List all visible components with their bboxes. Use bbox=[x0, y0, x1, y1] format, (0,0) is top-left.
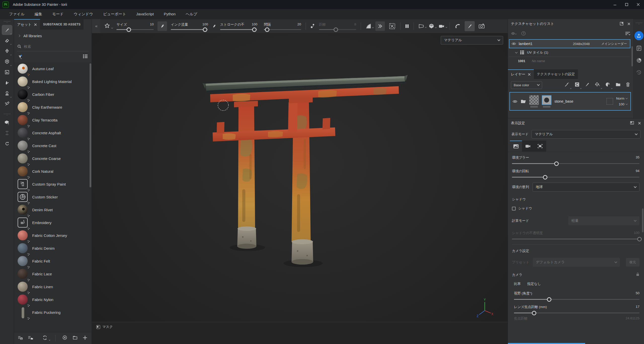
generator-layer-icon[interactable] bbox=[605, 82, 611, 88]
menu-item-1[interactable]: ファイル bbox=[4, 9, 29, 19]
menu-item-3[interactable]: モード bbox=[47, 9, 69, 19]
spacing-slider[interactable] bbox=[264, 29, 301, 30]
filter-funnel-icon[interactable] bbox=[18, 54, 23, 59]
close-panel-icon[interactable] bbox=[627, 22, 630, 25]
pause-engine-button[interactable] bbox=[405, 24, 409, 29]
project-notes-icon[interactable] bbox=[636, 45, 642, 52]
material-item[interactable]: Fabric Nylon bbox=[14, 293, 92, 306]
material-picker-tool[interactable] bbox=[2, 99, 12, 109]
toolbar-grip-handle[interactable] bbox=[4, 114, 10, 116]
axis-gizmo[interactable]: Y Z X bbox=[476, 297, 494, 319]
material-item[interactable]: Custom Spray Paint bbox=[14, 178, 92, 191]
flow-slider[interactable] bbox=[171, 29, 208, 30]
uv-tile-group-row[interactable]: UV タイル (1) bbox=[509, 48, 630, 57]
tab-camera-settings[interactable] bbox=[522, 141, 534, 152]
clear-resources-icon[interactable] bbox=[62, 335, 67, 341]
layer-content-thumbnail[interactable] bbox=[529, 95, 539, 108]
pen-pressure-size-button[interactable] bbox=[157, 21, 167, 31]
maximize-button[interactable] bbox=[621, 0, 632, 9]
display-settings-scrollbar[interactable] bbox=[642, 208, 643, 232]
material-item[interactable]: Fabric Cotton Jersey bbox=[14, 229, 92, 242]
search-input[interactable] bbox=[24, 45, 74, 49]
paint-tool[interactable] bbox=[2, 25, 12, 35]
save-asset-list-icon[interactable] bbox=[18, 335, 23, 341]
tab-substance-3d-assets[interactable]: SUBSTANCE 3D ASSETS bbox=[40, 19, 84, 30]
collapse-chevron-icon[interactable] bbox=[515, 51, 518, 53]
reimport-resources-icon[interactable] bbox=[42, 335, 48, 341]
fov-slider[interactable] bbox=[514, 299, 639, 300]
layer-mask-thumbnail[interactable] bbox=[542, 95, 551, 108]
menu-item-4[interactable]: ウィンドウ bbox=[69, 9, 98, 19]
close-tab-icon[interactable] bbox=[528, 73, 531, 76]
expand-chevron-icon[interactable] bbox=[18, 34, 20, 37]
blend-mode-select[interactable]: Norm bbox=[616, 97, 627, 100]
material-item[interactable]: Denim Rivet bbox=[14, 203, 92, 216]
smudge-tool[interactable] bbox=[2, 78, 12, 88]
tab-environment-settings[interactable] bbox=[510, 141, 522, 152]
camera-view-icon[interactable] bbox=[438, 23, 445, 29]
perspective-view-icon[interactable] bbox=[418, 23, 425, 29]
menu-item-8[interactable]: ヘルプ bbox=[181, 9, 202, 19]
material-item[interactable]: Concrete Asphalt bbox=[14, 126, 92, 139]
material-item[interactable]: Fabric Puckering bbox=[14, 306, 92, 319]
restore-camera-button[interactable]: 復元 bbox=[626, 258, 639, 267]
mask-indicator[interactable]: マスク bbox=[96, 325, 113, 329]
add-resource-icon[interactable] bbox=[83, 335, 87, 341]
reload-shaders-icon[interactable] bbox=[2, 139, 12, 149]
material-item[interactable]: Concrete Coarse bbox=[14, 152, 92, 165]
env-align-select[interactable]: 地球 bbox=[533, 183, 639, 192]
shading-mode-select[interactable]: マテリアル bbox=[441, 36, 503, 45]
channel-select[interactable]: Base color bbox=[511, 81, 542, 89]
texture-set-row[interactable]: lambert1 2048x2048 メインシェーダー bbox=[509, 39, 630, 48]
toolbar-grip-handle[interactable] bbox=[4, 21, 10, 23]
visibility-eye-icon[interactable] bbox=[511, 42, 516, 46]
clone-tool[interactable] bbox=[2, 88, 12, 98]
layer-visibility-icon[interactable] bbox=[512, 100, 517, 103]
polygon-fill-tool[interactable] bbox=[2, 67, 12, 77]
lens-slider[interactable] bbox=[514, 313, 639, 313]
eraser-tool[interactable] bbox=[2, 35, 12, 46]
close-button[interactable] bbox=[632, 0, 644, 9]
export-share-button[interactable] bbox=[634, 31, 643, 40]
material-item[interactable]: Custom Sticker bbox=[14, 191, 92, 203]
menu-item-7[interactable]: Python bbox=[159, 9, 181, 19]
group-folder-icon[interactable] bbox=[615, 82, 621, 88]
stroke-opacity-slider[interactable] bbox=[220, 29, 257, 30]
minimize-button[interactable] bbox=[609, 0, 621, 9]
renderer-sphere-icon[interactable] bbox=[636, 57, 642, 64]
menu-item-5[interactable]: ビューポート bbox=[98, 9, 131, 19]
3d-2d-view-icon[interactable] bbox=[428, 23, 435, 29]
smart-material-icon[interactable] bbox=[574, 82, 580, 88]
solo-channel-icon[interactable] bbox=[521, 31, 526, 37]
tab-texture-set-settings[interactable]: テクスチャセットの設定 bbox=[534, 69, 578, 79]
scatter-icon[interactable] bbox=[310, 23, 315, 29]
falloff-icon[interactable] bbox=[365, 23, 372, 29]
layer-row-stone-base[interactable]: stone_base Norm 100 bbox=[509, 92, 631, 111]
assets-scrollbar[interactable] bbox=[90, 63, 91, 187]
tab-viewport-settings[interactable] bbox=[534, 141, 546, 152]
paint-mode-button[interactable] bbox=[465, 21, 475, 31]
menu-item-6[interactable]: JavaScript bbox=[131, 9, 159, 19]
brush-preset-icon[interactable] bbox=[103, 22, 111, 30]
texture-set-scrollbar[interactable] bbox=[631, 46, 633, 66]
screenshot-camera-button[interactable] bbox=[478, 23, 485, 29]
material-item[interactable]: Fabric Linen bbox=[14, 280, 92, 293]
float-panel-icon[interactable] bbox=[620, 22, 623, 26]
material-visibility-icon[interactable] bbox=[511, 31, 517, 37]
material-item[interactable]: Clay Terracotta bbox=[14, 114, 92, 126]
export-material-tool[interactable] bbox=[2, 117, 12, 127]
material-item[interactable]: Fabric Denim bbox=[14, 242, 92, 255]
stencil-tool[interactable] bbox=[2, 57, 12, 67]
dock-grip-handle[interactable] bbox=[636, 23, 642, 25]
size-slider[interactable] bbox=[116, 29, 154, 30]
close-panel-icon[interactable] bbox=[638, 122, 641, 125]
env-blur-slider[interactable] bbox=[512, 163, 639, 164]
menu-item-2[interactable]: 編集 bbox=[29, 9, 47, 19]
tab-assets[interactable]: アセット bbox=[14, 19, 40, 30]
tab-layers[interactable]: レイヤー bbox=[508, 69, 534, 79]
material-item[interactable]: Fabric Lace bbox=[14, 268, 92, 280]
torii-model[interactable] bbox=[92, 33, 508, 344]
layer-anchor-slot[interactable] bbox=[607, 98, 613, 105]
more-options-button[interactable] bbox=[375, 21, 385, 31]
display-mode-select[interactable]: マテリアル bbox=[532, 130, 640, 139]
